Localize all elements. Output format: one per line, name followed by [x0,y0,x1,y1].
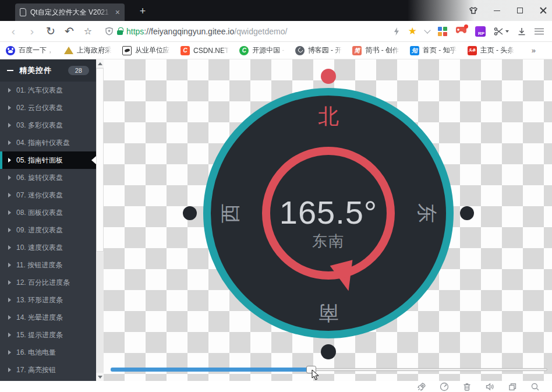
sidebar-item-04[interactable]: 04. 指南针仪表盘 [0,134,96,151]
sidebar-item-17[interactable]: 17. 高亮按钮 [0,361,96,379]
oschina-favicon: C [239,46,249,55]
speaker-icon[interactable] [484,382,495,392]
bookmark-jianshu[interactable]: 简简书 - 创作 [352,45,399,55]
browser-tab[interactable]: Qt自定义控件大全 V2021 (Q × [15,3,125,21]
heading-value: 165.5° [279,193,378,231]
bookmarks-overflow-icon[interactable]: » [532,46,546,55]
sidebar-item-03[interactable]: 03. 多彩仪表盘 [0,116,96,134]
sidebar-item-12[interactable]: 12. 百分比进度条 [0,274,96,291]
toutiao-favicon: 头条 [468,46,477,55]
tab-close-icon[interactable]: × [115,8,120,16]
sidebar-item-16[interactable]: 16. 电池电量 [0,344,96,361]
west-label: 西 [217,203,244,223]
west-dot [183,206,197,220]
screenshot-tool[interactable] [494,27,509,36]
sidebar-item-07[interactable]: 07. 迷你仪表盘 [0,186,96,204]
south-label: 南 [319,299,338,326]
bookmark-cnblogs[interactable]: 博客园 - 开 [295,45,342,55]
sidebar-item-13[interactable]: 13. 环形进度条 [0,291,96,309]
expand-icon [8,123,11,128]
heading-slider[interactable] [111,365,547,375]
demo-canvas: 北 西 东 南 165.5° 东南 [104,59,552,381]
expand-icon [8,315,11,320]
window-controls [468,0,549,21]
trash-icon[interactable] [462,382,472,392]
expand-icon [8,88,11,93]
sidebar-scrollbar[interactable] [96,59,104,381]
mouse-cursor [312,369,320,381]
expand-icon [8,280,11,285]
games-icon[interactable] [455,26,467,37]
toolbar: ‹ › ↻ ↶ ☆ https://feiyangqingyun.gitee.i… [0,21,552,42]
sidebar-item-10[interactable]: 10. 速度仪表盘 [0,239,96,256]
bookmark-baidu[interactable]: 百度一下， [6,45,54,55]
expand-icon [8,368,11,372]
sidebar-item-02[interactable]: 02. 云台仪表盘 [0,99,96,116]
sidebar: 精美控件 28 01. 汽车仪表盘 02. 云台仪表盘 03. 多彩仪表盘 04… [0,59,96,381]
expand-icon [8,245,11,250]
undo-icon[interactable]: ↶ [61,26,78,37]
rp-plugin-icon[interactable]: RP [475,26,486,37]
apps-grid-icon[interactable] [438,27,447,36]
page-icon [20,8,26,16]
back-icon[interactable]: ‹ [5,26,22,37]
forward-icon[interactable]: › [23,26,41,37]
dashboard-icon[interactable] [439,382,450,392]
bookmark-toutiao[interactable]: 头条主页 - 头条 [468,45,515,55]
download-icon[interactable] [517,27,526,36]
windows-icon[interactable] [507,382,518,392]
sidebar-item-05-selected[interactable]: 05. 指南针面板 [0,151,96,169]
notification-dot [464,24,468,29]
bookmark-gov[interactable]: 上海政府采 [64,45,112,55]
https-lock-icon [117,30,123,35]
sidebar-item-01[interactable]: 01. 汽车仪表盘 [0,82,96,99]
menu-icon[interactable] [535,29,544,34]
scroll-up-icon[interactable] [96,59,104,68]
search-icon[interactable] [530,382,540,392]
lightning-icon[interactable] [393,27,400,36]
url-path: /qwidgetdemo/ [234,27,287,36]
bookmark-csdn[interactable]: CCSDN.NET [181,46,229,55]
sidebar-header[interactable]: 精美控件 28 [0,59,96,82]
scroll-down-icon[interactable] [96,373,104,381]
skin-icon[interactable] [468,5,479,16]
expand-icon [8,263,11,267]
maximize-button[interactable] [515,5,525,16]
scrollbar-thumb[interactable] [96,68,104,252]
sidebar-item-09[interactable]: 09. 进度仪表盘 [0,221,96,239]
north-dot [321,69,336,84]
new-tab-button[interactable]: + [135,3,150,19]
bookmark-zhihu[interactable]: 知首页 - 知乎 [410,45,457,55]
favorites-star-icon[interactable]: ★ [408,26,417,36]
south-dot [321,344,336,359]
gov-favicon [64,47,73,54]
rocket-icon[interactable] [416,382,427,392]
chevron-down-icon[interactable] [424,27,430,33]
shield-icon[interactable] [105,27,114,36]
refresh-icon[interactable]: ↻ [42,26,59,37]
heading-direction: 东南 [312,231,345,252]
sidebar-item-14[interactable]: 14. 光晕进度条 [0,309,96,326]
sidebar-item-08[interactable]: 08. 面板仪表盘 [0,204,96,221]
collapse-icon [7,70,13,71]
address-bar[interactable]: https://feiyangqingyun.gitee.io/qwidgetd… [105,27,393,36]
minimize-button[interactable] [491,5,502,16]
cnblogs-favicon [295,46,305,55]
expand-icon [8,210,11,215]
expand-icon [8,193,11,197]
titlebar: Qt自定义控件大全 V2021 (Q × + [0,0,552,21]
bookmark-oschina[interactable]: C开源中国 - [239,45,284,55]
sidebar-item-15[interactable]: 15. 提示进度条 [0,326,96,344]
sidebar-item-06[interactable]: 06. 旋转仪表盘 [0,169,96,186]
url-host: ://feiyangqingyun.gitee.io [144,27,234,36]
expand-icon [8,350,11,355]
expand-icon [8,333,11,337]
bookmark-star-icon[interactable]: ☆ [79,27,97,36]
nav-buttons: ‹ › ↻ ↶ ☆ [0,26,97,37]
bookmark-work[interactable]: 从业单位应 [122,45,170,55]
close-button[interactable] [538,5,549,16]
expand-icon [8,140,11,145]
url-text[interactable]: https://feiyangqingyun.gitee.io/qwidgetd… [126,27,287,36]
jianshu-favicon: 简 [352,46,362,55]
sidebar-item-11[interactable]: 11. 按钮进度条 [0,256,96,274]
